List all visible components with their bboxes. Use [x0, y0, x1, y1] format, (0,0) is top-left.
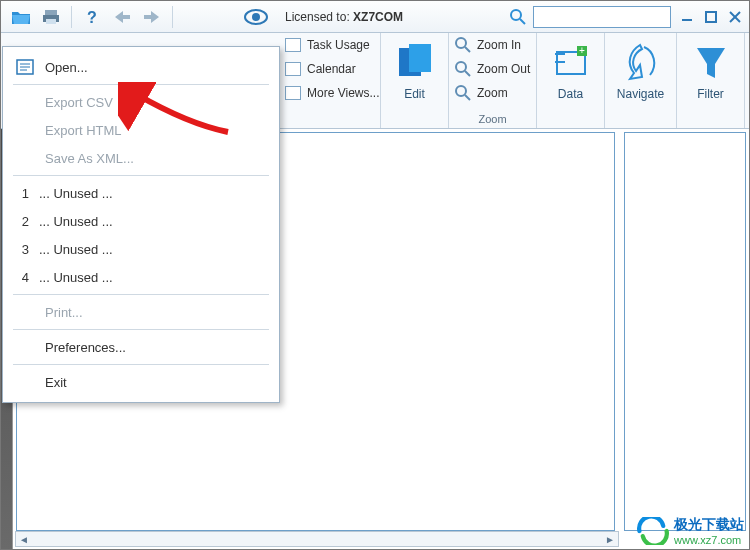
menu-separator: [13, 364, 269, 365]
file-menu: Open... Export CSV Export HTML Save As X…: [2, 46, 280, 403]
calendar-icon: [285, 62, 301, 76]
scroll-left-icon[interactable]: ◄: [16, 532, 32, 546]
ribbon-filter-col[interactable]: Filter: [677, 33, 745, 128]
svg-line-7: [520, 19, 525, 24]
help-icon[interactable]: ?: [78, 4, 106, 30]
svg-point-5: [252, 13, 260, 21]
menu-separator: [13, 175, 269, 176]
filter-icon: [688, 39, 734, 85]
label: Task Usage: [307, 38, 370, 52]
svg-text:+: +: [579, 45, 585, 56]
maximize-button[interactable]: [703, 9, 719, 25]
svg-rect-8: [682, 19, 692, 21]
label: Zoom Out: [477, 62, 530, 76]
menu-recent-2[interactable]: 2... Unused ...: [3, 207, 279, 235]
watermark-icon: [636, 517, 670, 545]
search-input[interactable]: [533, 6, 671, 28]
separator: [71, 6, 72, 28]
print-icon[interactable]: [37, 4, 65, 30]
watermark: 极光下载站 www.xz7.com: [636, 516, 744, 546]
ribbon-edit-col[interactable]: Edit: [381, 33, 449, 128]
menu-save-xml: Save As XML...: [3, 144, 279, 172]
menu-recent-3[interactable]: 3... Unused ...: [3, 235, 279, 263]
ribbon-zoom-col: Zoom In Zoom Out Zoom Zoom: [449, 33, 537, 128]
label: Navigate: [617, 87, 664, 101]
svg-line-19: [465, 95, 470, 100]
horizontal-scrollbar[interactable]: ◄ ►: [15, 531, 619, 547]
group-label: Zoom: [449, 113, 536, 125]
zoom-reset[interactable]: Zoom: [449, 81, 536, 105]
zoom-in[interactable]: Zoom In: [449, 33, 536, 57]
menu-separator: [13, 294, 269, 295]
svg-text:?: ?: [87, 9, 97, 26]
views-icon: [285, 86, 301, 100]
watermark-title: 极光下载站: [674, 516, 744, 534]
menu-export-html: Export HTML: [3, 116, 279, 144]
top-toolbar: ? Licensed to: XZ7COM: [1, 1, 749, 33]
menu-separator: [13, 84, 269, 85]
menu-recent-4[interactable]: 4... Unused ...: [3, 263, 279, 291]
svg-point-6: [511, 10, 521, 20]
zoom-out[interactable]: Zoom Out: [449, 57, 536, 81]
ribbon-task-usage[interactable]: Task Usage: [279, 33, 380, 57]
label: Save As XML...: [45, 151, 267, 166]
svg-point-14: [456, 38, 466, 48]
menu-exit[interactable]: Exit: [3, 368, 279, 396]
license-label: Licensed to: XZ7COM: [285, 10, 403, 24]
navigate-icon: [618, 39, 664, 85]
separator: [172, 6, 173, 28]
menu-open[interactable]: Open...: [3, 53, 279, 81]
svg-rect-0: [45, 10, 57, 15]
menu-preferences[interactable]: Preferences...: [3, 333, 279, 361]
eye-icon[interactable]: [241, 4, 271, 30]
back-icon[interactable]: [108, 4, 136, 30]
data-icon: +: [548, 39, 594, 85]
svg-line-17: [465, 71, 470, 76]
forward-icon[interactable]: [138, 4, 166, 30]
ribbon-more-views[interactable]: More Views...: [279, 81, 380, 105]
license-prefix: Licensed to:: [285, 10, 353, 24]
ribbon-views-col: Task Usage Calendar More Views...: [279, 33, 381, 128]
open-file-icon[interactable]: [7, 4, 35, 30]
label: Export HTML: [45, 123, 267, 138]
label: Zoom: [477, 86, 508, 100]
ribbon-data-col[interactable]: + Data: [537, 33, 605, 128]
menu-export-csv: Export CSV: [3, 88, 279, 116]
grid-icon: [285, 38, 301, 52]
svg-rect-2: [46, 19, 56, 24]
menu-print: Print...: [3, 298, 279, 326]
svg-point-16: [456, 62, 466, 72]
label: Exit: [45, 375, 267, 390]
svg-rect-13: [409, 44, 431, 72]
right-pane: [624, 132, 746, 531]
ribbon-calendar[interactable]: Calendar: [279, 57, 380, 81]
search-area: [507, 6, 671, 28]
label: Filter: [697, 87, 724, 101]
svg-point-18: [456, 86, 466, 96]
watermark-url: www.xz7.com: [674, 534, 744, 546]
label: More Views...: [307, 86, 379, 100]
menu-recent-1[interactable]: 1... Unused ...: [3, 179, 279, 207]
svg-line-15: [465, 47, 470, 52]
label: Open...: [45, 60, 267, 75]
search-icon[interactable]: [507, 6, 529, 28]
edit-icon: [392, 39, 438, 85]
close-button[interactable]: [727, 9, 743, 25]
label: Zoom In: [477, 38, 521, 52]
open-icon: [15, 58, 35, 76]
label: Export CSV: [45, 95, 267, 110]
svg-rect-9: [706, 12, 716, 22]
label: Data: [558, 87, 583, 101]
license-value: XZ7COM: [353, 10, 403, 24]
label: Print...: [45, 305, 267, 320]
menu-separator: [13, 329, 269, 330]
scroll-right-icon[interactable]: ►: [602, 532, 618, 546]
minimize-button[interactable]: [679, 9, 695, 25]
label: Edit: [404, 87, 425, 101]
label: Calendar: [307, 62, 356, 76]
label: Preferences...: [45, 340, 267, 355]
ribbon-navigate-col[interactable]: Navigate: [605, 33, 677, 128]
